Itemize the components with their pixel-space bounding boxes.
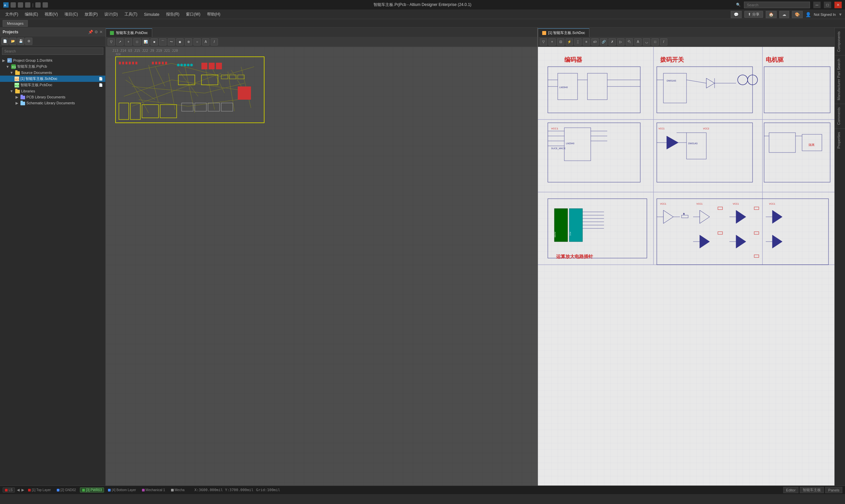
sch-comp-btn[interactable]: ⊡ [557, 38, 564, 46]
pcb-add-btn[interactable]: + [125, 38, 132, 46]
user-label[interactable]: Not Signed In [814, 13, 836, 17]
save-project-btn[interactable]: 💾 [17, 38, 24, 45]
pcb-editor-tab[interactable]: 智能车主板.PcbDoc [106, 29, 152, 37]
pcb-chart-btn[interactable]: 📊 [142, 38, 149, 46]
maximize-btn[interactable]: □ [824, 2, 831, 8]
sch-canvas[interactable]: 编码器 [538, 47, 834, 486]
layer-1[interactable]: [1] Top Layer [26, 488, 53, 492]
tree-libraries-group[interactable]: ▼ Libraries [0, 88, 105, 94]
chat-icon[interactable]: 💬 [731, 11, 742, 18]
menu-window[interactable]: 窗口(W) [183, 11, 203, 18]
layer-mecha[interactable]: Mecha [169, 488, 187, 492]
tree-sch-library[interactable]: ▶ Schematic Library Documents [0, 100, 105, 106]
properties-tab[interactable]: Properties [835, 128, 845, 152]
board-name-btn[interactable]: 智能车主板 [800, 487, 824, 493]
messages-button[interactable]: Messages [3, 20, 28, 27]
pcb-via-btn[interactable]: ○ [194, 38, 201, 46]
pcb-pin-btn[interactable]: ◆ [176, 38, 183, 46]
open-project-btn[interactable]: 📂 [9, 38, 17, 45]
tree-pcb-doc[interactable]: PCB 智能车主板.PcbDoc 📄 [0, 82, 105, 88]
panel-pin-icon[interactable]: 📌 [88, 30, 93, 34]
save-btn[interactable] [25, 2, 30, 7]
layer-2[interactable]: [2] GND02 [55, 488, 78, 492]
titlebar-left-icons: A | [3, 2, 48, 7]
panel-settings-icon[interactable]: ⚙ [94, 30, 98, 34]
home-icon[interactable]: 🏠 [766, 11, 777, 18]
layer-4[interactable]: [4] Bottom Layer [106, 488, 138, 492]
undo-btn[interactable] [35, 2, 41, 7]
nav-right[interactable]: ▶ [21, 488, 24, 492]
pcb-canvas[interactable]: J13 J14 U3 J15 J22 J9 J19 J21 J20 324 ◀ … [106, 47, 537, 486]
tree-source-docs-group[interactable]: ▼ Source Documents [0, 70, 105, 76]
menu-tools[interactable]: 工具(T) [122, 11, 140, 18]
layer-top[interactable]: LS [3, 487, 15, 492]
sch-arc-btn[interactable]: ◡ [643, 38, 650, 46]
new-btn[interactable] [11, 2, 16, 7]
svg-text:J13 J14 U3 J15 J22 J9 J19 J21 : J13 J14 U3 J15 J22 J9 J19 J21 J20 [112, 49, 178, 53]
panels-btn[interactable]: Panels [825, 487, 842, 493]
tree-sch-doc[interactable]: SCH [1] 智能车主板.SchDoc 📄 [0, 76, 105, 82]
menu-edit[interactable]: 编辑(E) [22, 11, 41, 18]
menu-view[interactable]: 视图(V) [42, 11, 60, 18]
menu-file[interactable]: 文件(F) [3, 11, 21, 18]
svg-rect-14 [20, 96, 25, 100]
open-btn[interactable] [18, 2, 23, 7]
sch-power-btn[interactable]: ⚡ [566, 38, 573, 46]
svg-text:SUCE_MKCE: SUCE_MKCE [551, 147, 566, 150]
redo-btn[interactable] [42, 2, 48, 7]
sch-noconn-btn[interactable]: ✗ [609, 38, 616, 46]
svg-rect-6 [15, 71, 20, 75]
pcb-fill-btn[interactable]: ■ [151, 38, 158, 46]
sch-editor-tab[interactable]: [1] 智能车主板.SchDoc [538, 29, 589, 37]
pcb-comp-btn[interactable]: ⊕ [185, 38, 192, 46]
components-panel-tab[interactable]: Components [835, 28, 845, 55]
close-btn[interactable]: ✕ [834, 2, 842, 8]
sch-filter-btn[interactable]: ▽ [540, 38, 547, 46]
menu-simulate[interactable]: Simulate [141, 11, 162, 18]
svg-rect-12 [15, 90, 20, 93]
nav-left[interactable]: ◀ [17, 488, 19, 492]
layer-3[interactable]: [3] PWR03 [80, 487, 104, 492]
panel-close-icon[interactable]: ✕ [100, 30, 103, 34]
project-settings-btn[interactable]: ⚙ [25, 38, 32, 45]
menu-help[interactable]: 帮助(H) [205, 11, 223, 18]
menu-report[interactable]: 报告(R) [163, 11, 182, 18]
sch-bus-btn[interactable]: ≡ [583, 38, 590, 46]
pcb-line-btn[interactable]: / [211, 38, 218, 46]
sch-text-btn[interactable]: A [634, 38, 641, 46]
sch-port-btn[interactable]: ▷ [617, 38, 624, 46]
menu-design[interactable]: 设计(D) [102, 11, 121, 18]
manufacturer-search-tab[interactable]: Manufacturer Part Search [835, 55, 845, 104]
tree-pcb-library[interactable]: ▶ PCB Library Documents [0, 94, 105, 100]
sch-label-btn[interactable]: 🏷 [592, 38, 599, 46]
editor-mode-btn[interactable]: Editor [783, 487, 799, 493]
pcb-filter-btn[interactable]: ▽ [108, 38, 115, 46]
pcb-rect-btn[interactable]: □ [134, 38, 141, 46]
svg-rect-17 [20, 101, 23, 102]
pcb-label-btn[interactable]: A [202, 38, 209, 46]
panel-search-input[interactable] [2, 48, 103, 55]
sch-add-btn[interactable]: + [548, 38, 556, 46]
brush-icon[interactable]: 🎨 [792, 11, 803, 18]
share-button[interactable]: ⬆ 分享 [744, 11, 763, 18]
svg-text:PCB: PCB [15, 85, 19, 87]
layer3-label: [3] PWR03 [86, 488, 102, 492]
layer-mech1[interactable]: Mechanical 1 [140, 488, 167, 492]
search-input[interactable] [744, 2, 810, 8]
tree-project[interactable]: ▼ PCB 智能车主板.PrjPcb [0, 64, 105, 70]
sch-net-btn[interactable]: 🔗 [600, 38, 607, 46]
pcb-route-btn[interactable]: ↗ [116, 38, 123, 46]
menu-project[interactable]: 项目(C) [62, 11, 81, 18]
menu-place[interactable]: 放置(P) [82, 11, 100, 18]
pcb-connect-btn[interactable]: ⌒ [159, 38, 166, 46]
sch-line-btn[interactable]: / [660, 38, 667, 46]
sch-rect-btn[interactable]: □ [651, 38, 659, 46]
comments-tab[interactable]: Comments [835, 104, 845, 128]
tree-project-group[interactable]: ▶ P Project Group 1.DsnWrk [0, 57, 105, 64]
pcb-wave-btn[interactable]: 〜 [168, 38, 175, 46]
sch-wire-btn[interactable]: ⌶ [574, 38, 581, 46]
cloud-icon[interactable]: ☁ [779, 11, 789, 18]
sch-harness-btn[interactable]: 🔌 [626, 38, 633, 46]
new-project-btn[interactable]: 📄 [1, 38, 8, 45]
minimize-btn[interactable]: ─ [813, 2, 821, 8]
